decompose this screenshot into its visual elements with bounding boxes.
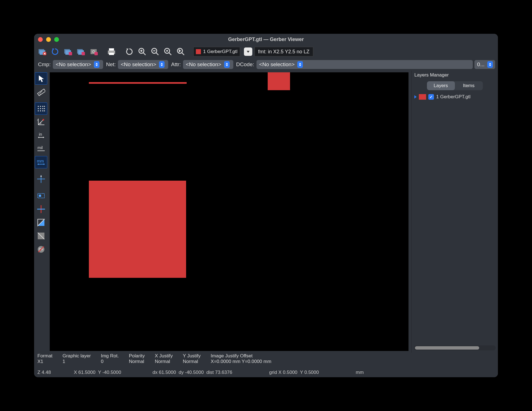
svg-rect-27 (37, 89, 45, 96)
zoom-window-button[interactable] (54, 37, 59, 42)
y-justify-value: Normal (183, 359, 201, 364)
zoom-selection-button[interactable] (175, 46, 186, 57)
polarity-value: Normal (129, 359, 145, 364)
y-justify-header: Y Justify (183, 353, 201, 359)
image-info-bar: FormatX1 Graphic layer1 Img Rot.0 Polari… (34, 353, 498, 368)
canvas-wrap (48, 71, 411, 353)
reload-button[interactable] (50, 46, 60, 57)
close-window-button[interactable] (38, 37, 43, 42)
svg-rect-58 (39, 195, 41, 197)
print-button[interactable] (106, 46, 117, 57)
svg-point-32 (40, 106, 41, 107)
measure-tool-button[interactable] (35, 86, 47, 98)
open-drill-button[interactable] (88, 46, 99, 57)
dropdown-arrows-icon (297, 61, 303, 68)
tab-layers[interactable]: Layers (427, 81, 455, 90)
zoom-out-button[interactable] (150, 46, 160, 57)
svg-point-42 (44, 110, 45, 111)
extra-value: 0... (477, 61, 484, 68)
svg-rect-14 (109, 53, 114, 55)
layer-visibility-checkbox[interactable]: ✓ (428, 94, 434, 100)
display-flashed-button[interactable] (35, 190, 47, 202)
svg-rect-11 (94, 52, 98, 55)
graphic-layer-value: 1 (63, 359, 91, 364)
svg-point-40 (40, 110, 41, 111)
select-tool-button[interactable] (35, 72, 47, 85)
img-rot-header: Img Rot. (101, 353, 119, 359)
img-rot-value: 0 (101, 359, 119, 364)
cmp-value: <No selection> (56, 61, 91, 68)
zoom-in-button[interactable] (137, 46, 148, 57)
svg-point-31 (38, 106, 39, 107)
open-zip-button[interactable] (75, 46, 86, 57)
attr-value: <No selection> (186, 61, 221, 68)
svg-line-20 (156, 53, 158, 55)
svg-line-16 (143, 53, 146, 55)
display-dcodes-button[interactable]: D# (35, 243, 47, 255)
extra-select[interactable]: 0... (474, 60, 495, 69)
net-value: <No selection> (121, 61, 156, 68)
svg-point-46 (42, 119, 44, 121)
svg-point-34 (44, 106, 45, 107)
cmp-select[interactable]: <No selection> (53, 60, 103, 69)
net-select[interactable]: <No selection> (118, 60, 168, 69)
active-layer-select[interactable]: 1 GerberGPT.gtl (193, 47, 240, 56)
dropdown-arrows-icon (94, 61, 99, 68)
format-value: X1 (37, 359, 53, 364)
zoom-readout: Z 4.48 (37, 370, 51, 375)
gerber-pad-large (89, 181, 186, 278)
layer-row[interactable]: ✓ 1 GerberGPT.gtl (412, 92, 498, 102)
cmp-label: Cmp: (38, 61, 51, 68)
units-mm-button[interactable]: mm (35, 156, 47, 168)
svg-line-28 (39, 93, 41, 94)
layers-items-tabs: Layers Items (427, 81, 483, 90)
window-title: GerberGPT.gtl — Gerber Viewer (34, 37, 498, 42)
svg-text:mm: mm (37, 159, 44, 163)
attr-select[interactable]: <No selection> (183, 60, 233, 69)
left-toolbar: θr in mil mm (34, 71, 48, 353)
dropdown-arrows-icon (159, 61, 165, 68)
cursor-shape-button[interactable] (35, 173, 47, 185)
dropdown-arrows-icon (224, 61, 230, 68)
layer-color-swatch[interactable] (419, 94, 426, 100)
dropdown-arrows-icon (487, 61, 493, 68)
tab-items[interactable]: Items (455, 81, 483, 90)
scrollbar-thumb[interactable] (415, 346, 479, 350)
svg-point-39 (38, 110, 39, 111)
display-polygons-button[interactable] (35, 216, 47, 229)
minimize-window-button[interactable] (46, 37, 51, 42)
expand-triangle-icon[interactable] (414, 95, 417, 99)
svg-line-29 (40, 92, 41, 93)
open-gerber-button[interactable] (63, 46, 73, 57)
refresh-view-button[interactable] (124, 46, 135, 57)
display-negative-button[interactable] (35, 230, 47, 242)
format-header: Format (37, 353, 53, 359)
grid-toggle-button[interactable] (35, 102, 47, 115)
dcode-label: DCode: (236, 61, 254, 68)
main-toolbar: 1 GerberGPT.gtl fmt: in X2.5 Y2.5 no LZ (34, 45, 498, 58)
units-in-button[interactable]: in (35, 129, 47, 142)
units-mil-button[interactable]: mil (35, 143, 47, 155)
svg-rect-5 (69, 52, 72, 55)
clear-layers-button[interactable] (37, 46, 48, 57)
panel-scrollbar[interactable] (414, 345, 496, 350)
svg-text:r: r (37, 119, 38, 121)
graphic-layer-header: Graphic layer (63, 353, 91, 359)
zoom-fit-button[interactable] (163, 46, 173, 57)
layer-color-swatch (196, 49, 201, 54)
polar-coords-button[interactable]: θr (35, 116, 47, 128)
layer-dropdown-button[interactable] (244, 47, 252, 56)
titlebar: GerberGPT.gtl — Gerber Viewer (34, 34, 498, 45)
x-justify-header: X Justify (155, 353, 173, 359)
format-display: fmt: in X2.5 Y2.5 no LZ (255, 47, 313, 56)
gerber-canvas[interactable] (50, 72, 408, 351)
dcode-value: <No selection> (259, 61, 295, 68)
xy-readout: X 61.5000 Y -40.5000 (74, 370, 121, 375)
dcode-select[interactable]: <No selection> (256, 60, 473, 69)
active-layer-label: 1 GerberGPT.gtl (203, 49, 238, 54)
gerber-trace (89, 82, 187, 84)
net-label: Net: (106, 61, 116, 68)
display-lines-button[interactable] (35, 203, 47, 215)
filter-toolbar: Cmp: <No selection> Net: <No selection> … (34, 58, 498, 71)
attr-label: Attr: (171, 61, 181, 68)
